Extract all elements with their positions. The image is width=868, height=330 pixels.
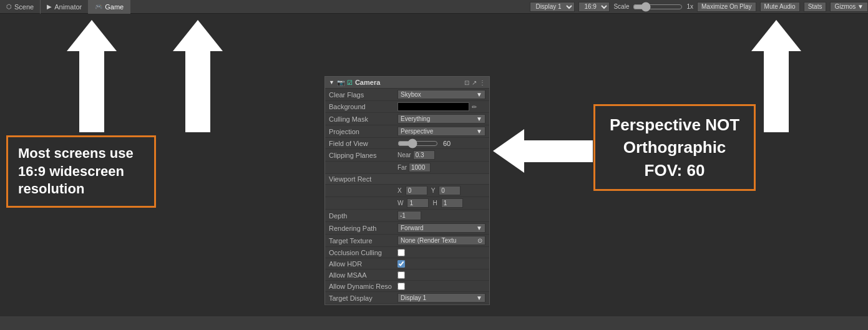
row-projection: Projection Perspective▼ xyxy=(325,125,489,138)
label-allow-hdr: Allow HDR xyxy=(329,260,397,268)
input-w[interactable] xyxy=(407,198,429,208)
label-clear-flags: Clear Flags xyxy=(329,91,397,99)
stats-button[interactable]: Stats xyxy=(804,2,827,12)
dropdown-clear-flags[interactable]: Skybox▼ xyxy=(397,90,485,99)
fold-icon: ▼ xyxy=(329,79,334,85)
row-allow-hdr: Allow HDR xyxy=(325,258,489,269)
checkbox-allow-hdr[interactable] xyxy=(397,260,405,268)
annotation-right-box: Perspective NOT Orthographic FOV: 60 xyxy=(593,104,756,191)
fov-slider[interactable] xyxy=(397,141,438,146)
dropdown-rendering-path[interactable]: Forward▼ xyxy=(397,223,485,233)
inspector-panel: ▼ 📷 ☑ Camera ⊡ ↗ ⋮ Clear Flags Skybox▼ B… xyxy=(324,76,490,305)
label-fov: Field of View xyxy=(329,140,397,147)
tab-game[interactable]: 🎮 Game xyxy=(89,0,130,14)
value-target-texture: None (Render Textu⊙ xyxy=(397,236,485,245)
section-viewport-rect: Viewport Rect xyxy=(325,174,489,185)
row-viewport-wh: W H xyxy=(325,197,489,210)
tab-bar: ⬡ Scene ▶ Animator 🎮 Game Display 1 16:9… xyxy=(0,0,868,14)
resolution-select[interactable]: 16:9 xyxy=(578,2,610,12)
enabled-checkbox[interactable]: ☑ xyxy=(347,79,353,86)
input-x[interactable] xyxy=(406,186,427,195)
input-near[interactable] xyxy=(413,150,435,160)
arrow-up-right xyxy=(751,20,801,132)
inspector-buttons: ⊡ ↗ ⋮ xyxy=(464,79,485,86)
label-target-display: Target Display xyxy=(329,294,397,302)
input-far[interactable] xyxy=(409,163,431,172)
inspector-icon-1[interactable]: ⊡ xyxy=(464,79,469,86)
dropdown-target-display[interactable]: Display 1▼ xyxy=(397,293,485,303)
color-swatch-background[interactable] xyxy=(397,102,469,111)
row-target-display: Target Display Display 1▼ xyxy=(325,292,489,304)
input-y[interactable] xyxy=(439,186,461,195)
annotation-right-line1: Perspective NOT xyxy=(605,114,744,136)
value-culling-mask: Everything▼ xyxy=(397,114,485,124)
arrow-up-left-2 xyxy=(173,20,223,132)
checkbox-occlusion-culling[interactable] xyxy=(397,249,405,256)
value-occlusion-culling xyxy=(397,249,485,256)
input-h[interactable] xyxy=(441,198,463,208)
dropdown-culling-mask[interactable]: Everything▼ xyxy=(397,114,485,124)
arrow-shaft-1 xyxy=(79,51,104,132)
arrow-shaft-horizontal xyxy=(524,140,593,162)
annotation-right-line3: FOV: 60 xyxy=(605,159,744,182)
row-clipping-planes: Clipping Planes Near xyxy=(325,149,489,162)
value-allow-msaa xyxy=(397,271,485,279)
game-area: Most screens use 16:9 widescreen resolut… xyxy=(0,14,868,316)
row-allow-msaa: Allow MSAA xyxy=(325,269,489,281)
value-fov: 60 xyxy=(397,140,485,147)
value-clear-flags: Skybox▼ xyxy=(397,90,485,99)
inspector-icon-3[interactable]: ⋮ xyxy=(479,79,485,86)
annotation-right-line2: Orthographic xyxy=(605,136,744,158)
arrow-head-right xyxy=(751,20,801,51)
row-rendering-path: Rendering Path Forward▼ xyxy=(325,222,489,235)
value-viewport-wh: W H xyxy=(397,198,485,208)
checkbox-allow-dynamic-reso[interactable] xyxy=(397,283,405,290)
scene-icon: ⬡ xyxy=(6,3,12,10)
display-select[interactable]: Display 1 xyxy=(530,2,575,12)
arrow-head-horizontal xyxy=(493,129,524,173)
input-depth[interactable] xyxy=(397,211,421,220)
dropdown-projection[interactable]: Perspective▼ xyxy=(397,127,485,136)
gizmos-button[interactable]: Gizmos ▼ xyxy=(830,2,868,12)
value-projection: Perspective▼ xyxy=(397,127,485,136)
arrow-shaft-2 xyxy=(185,51,210,132)
maximize-on-play-button[interactable]: Maximize On Play xyxy=(697,2,756,12)
label-culling-mask: Culling Mask xyxy=(329,115,397,123)
inspector-header: ▼ 📷 ☑ Camera ⊡ ↗ ⋮ xyxy=(325,77,489,89)
row-target-texture: Target Texture None (Render Textu⊙ xyxy=(325,235,489,247)
label-allow-dynamic-reso: Allow Dynamic Reso xyxy=(329,283,397,290)
dropdown-target-texture[interactable]: None (Render Textu⊙ xyxy=(397,236,485,245)
label-clipping-planes: Clipping Planes xyxy=(329,152,397,159)
scale-value: 1x xyxy=(686,3,693,10)
inspector-title: Camera xyxy=(355,79,462,86)
row-clear-flags: Clear Flags Skybox▼ xyxy=(325,89,489,101)
row-allow-dynamic-reso: Allow Dynamic Reso xyxy=(325,281,489,292)
value-background: ✏ xyxy=(397,102,485,111)
label-rendering-path: Rendering Path xyxy=(329,225,397,232)
arrow-up-left-1 xyxy=(67,20,117,132)
value-target-display: Display 1▼ xyxy=(397,293,485,303)
annotation-left-box: Most screens use 16:9 widescreen resolut… xyxy=(6,135,156,208)
toolbar-right: Display 1 16:9 Scale 1x Maximize On Play… xyxy=(530,2,868,12)
mute-audio-button[interactable]: Mute Audio xyxy=(760,2,800,12)
tab-animator[interactable]: ▶ Animator xyxy=(41,0,89,14)
row-depth: Depth xyxy=(325,210,489,222)
label-depth: Depth xyxy=(329,212,397,220)
animator-icon: ▶ xyxy=(47,3,52,10)
arrow-head-2 xyxy=(173,20,223,51)
annotation-left-text: Most screens use 16:9 widescreen resolut… xyxy=(18,145,134,197)
row-culling-mask: Culling Mask Everything▼ xyxy=(325,113,489,125)
scale-label: Scale xyxy=(613,3,629,10)
value-viewport-xy: X Y xyxy=(397,186,485,195)
arrow-head-1 xyxy=(67,20,117,51)
pencil-icon-background[interactable]: ✏ xyxy=(472,104,477,110)
scale-slider[interactable] xyxy=(633,4,683,10)
checkbox-allow-msaa[interactable] xyxy=(397,271,405,279)
value-clipping-far: Far xyxy=(397,163,485,172)
inspector-icon-2[interactable]: ↗ xyxy=(472,79,477,86)
tab-scene[interactable]: ⬡ Scene xyxy=(0,0,41,14)
label-allow-msaa: Allow MSAA xyxy=(329,271,397,279)
value-clipping-near: Near xyxy=(397,150,485,160)
value-rendering-path: Forward▼ xyxy=(397,223,485,233)
value-allow-hdr xyxy=(397,260,485,268)
